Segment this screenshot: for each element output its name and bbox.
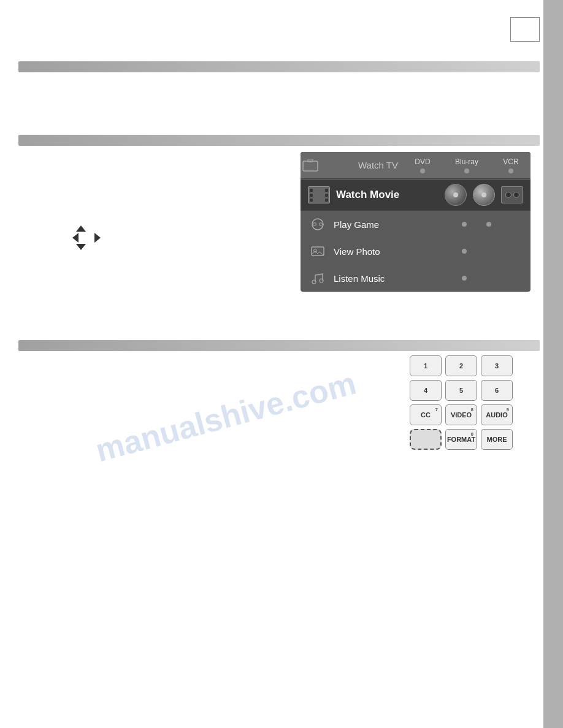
btn-6-label: 6 [495, 387, 499, 394]
arrow-right-icon [94, 233, 101, 243]
svg-point-6 [314, 249, 317, 252]
btn-cc-super: 7 [435, 407, 438, 412]
section-bar-1 [18, 61, 540, 72]
bluray-disc-icon [473, 184, 495, 206]
view-photo-label: View Photo [334, 246, 462, 257]
section-bar-2 [18, 135, 540, 146]
btn-1[interactable]: 1 [410, 355, 442, 376]
pg-dvd-dot [462, 222, 467, 227]
arrow-up-icon [76, 226, 86, 232]
listen-music-label: Listen Music [334, 273, 462, 284]
vp-dvd-dot [462, 249, 467, 254]
btn-video-super: 8 [471, 407, 473, 412]
menu-watch-tv-row[interactable]: Watch TV DVD Blu-ray VCR [301, 152, 530, 179]
svg-rect-0 [303, 161, 318, 171]
btn-audio[interactable]: 9 AUDIO [481, 404, 513, 425]
top-box [510, 17, 540, 42]
svg-point-3 [313, 223, 316, 226]
btn-cc[interactable]: 7 CC [410, 404, 442, 425]
section-bar-3 [18, 340, 540, 351]
remote-buttons: 1 2 3 4 5 6 7 CC 8 VIDEO 9 AUDIO [410, 355, 513, 450]
dvd-disc-icon [445, 184, 467, 206]
btn-more[interactable]: MORE [481, 429, 513, 450]
arrow-left-icon [72, 233, 79, 243]
film-strip-icon [308, 186, 330, 203]
btn-format[interactable]: 0 FORMAT [445, 429, 477, 450]
bluray-dot [464, 169, 469, 173]
menu-panel: Watch TV DVD Blu-ray VCR [301, 152, 530, 292]
btn-6[interactable]: 6 [481, 380, 513, 401]
btn-3-label: 3 [495, 362, 499, 370]
menu-listen-music-row[interactable]: Listen Music [301, 265, 530, 292]
menu-header-cols: DVD Blu-ray VCR [410, 157, 530, 173]
device-icons-row [442, 184, 530, 206]
vcr-col-label: VCR [499, 157, 523, 166]
watch-tv-icon [301, 158, 320, 173]
listen-music-icon [308, 271, 327, 286]
disc-center-2 [481, 192, 486, 197]
btn-1-label: 1 [424, 362, 427, 370]
svg-point-2 [312, 219, 323, 230]
btn-more-label: MORE [487, 436, 507, 443]
btn-2-label: 2 [459, 362, 463, 370]
btn-video-label: VIDEO [451, 411, 472, 419]
vcr-reel-1 [505, 192, 511, 198]
btn-5[interactable]: 5 [445, 380, 477, 401]
arrow-down-icon [76, 244, 86, 250]
watch-movie-label: Watch Movie [336, 189, 442, 201]
btn-video[interactable]: 8 VIDEO [445, 404, 477, 425]
menu-view-photo-row[interactable]: View Photo [301, 238, 530, 265]
btn-3[interactable]: 3 [481, 355, 513, 376]
menu-watch-movie-row[interactable]: Watch Movie [301, 179, 530, 211]
vcr-icon [501, 186, 523, 203]
nav-arrows [72, 226, 101, 250]
btn-grid: 1 2 3 4 5 6 7 CC 8 VIDEO 9 AUDIO [410, 355, 513, 450]
watch-tv-label: Watch TV [326, 160, 410, 170]
btn-4-label: 4 [424, 387, 427, 394]
menu-play-game-row[interactable]: Play Game [301, 211, 530, 238]
btn-audio-super: 9 [507, 407, 509, 412]
vcr-dot [508, 169, 513, 173]
dvd-dot [420, 169, 425, 173]
pg-bluray-dot [486, 222, 491, 227]
btn-cc-label: CC [421, 411, 431, 419]
play-game-label: Play Game [334, 219, 462, 230]
watch-movie-icon [307, 184, 331, 206]
disc-center [453, 192, 458, 197]
vcr-reel-2 [513, 192, 519, 198]
btn-audio-label: AUDIO [486, 411, 507, 419]
btn-format-super: 0 [471, 431, 473, 437]
right-sidebar [543, 0, 563, 728]
btn-input[interactable] [410, 429, 442, 450]
lm-dvd-dot [462, 276, 467, 281]
svg-point-4 [320, 223, 323, 226]
btn-5-label: 5 [459, 387, 463, 394]
btn-2[interactable]: 2 [445, 355, 477, 376]
dvd-col-label: DVD [410, 157, 435, 166]
bluray-col-label: Blu-ray [454, 157, 479, 166]
btn-4[interactable]: 4 [410, 380, 442, 401]
play-game-icon [308, 217, 327, 232]
watermark: manualshive.com [92, 365, 360, 469]
view-photo-icon [308, 244, 327, 259]
